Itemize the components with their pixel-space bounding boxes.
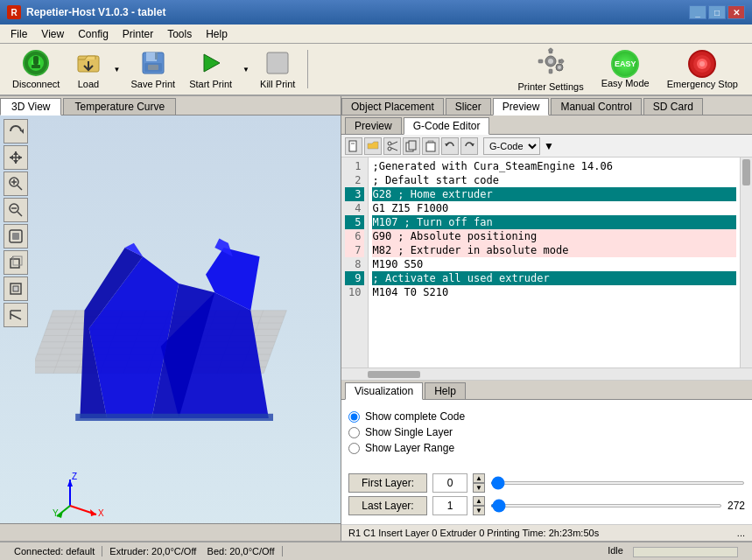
menu-bar: File View Config Printer Tools Help	[0, 24, 752, 44]
top-view-btn[interactable]	[4, 276, 28, 301]
view-toolbar	[4, 119, 28, 327]
gcode-undo-btn[interactable]	[441, 137, 459, 155]
gcode-format-select[interactable]: G-Code	[483, 137, 540, 155]
gcode-cut-btn[interactable]	[383, 137, 401, 155]
show-complete-code-option[interactable]: Show complete Code	[348, 410, 745, 423]
status-idle: Idle	[283, 545, 745, 556]
printer-settings-button[interactable]: Printer Settings	[510, 43, 590, 95]
gcode-hscroll[interactable]	[341, 368, 752, 380]
tab-sd-card[interactable]: SD Card	[643, 98, 703, 115]
svg-text:X: X	[98, 508, 104, 518]
svg-line-92	[391, 148, 397, 150]
load-icon	[74, 49, 102, 77]
3d-view[interactable]: Z X Y	[0, 116, 341, 541]
show-layer-range-option[interactable]: Show Layer Range	[348, 442, 745, 454]
rotate-btn[interactable]	[4, 119, 28, 144]
editor-status-dots: ...	[737, 528, 745, 538]
last-layer-button[interactable]: Last Layer:	[348, 496, 427, 515]
zoom-fit-btn[interactable]	[4, 198, 28, 222]
tab-3d-view[interactable]: 3D View	[0, 98, 61, 116]
gcode-new-btn[interactable]	[345, 137, 362, 155]
tab-temperature-curve[interactable]: Temperature Curve	[63, 98, 176, 115]
last-layer-up[interactable]: ▲	[473, 496, 485, 506]
emergency-stop-label: Emergency Stop	[667, 79, 738, 89]
disconnect-label: Disconnect	[12, 79, 60, 89]
gcode-format-label: ▼	[544, 140, 554, 152]
view-home-btn[interactable]	[4, 224, 28, 248]
line-num-3: 3	[345, 187, 364, 201]
status-extruder: Extruder: 20,0°C/Off Bed: 20,0°C/Off	[102, 546, 282, 556]
last-layer-spinner: ▲ ▼	[473, 496, 485, 515]
first-layer-button[interactable]: First Layer:	[348, 473, 427, 493]
svg-text:Y: Y	[53, 508, 59, 518]
menu-tools[interactable]: Tools	[160, 26, 199, 42]
svg-rect-3	[33, 56, 39, 65]
pan-btn[interactable]	[4, 145, 28, 170]
last-layer-max: 272	[727, 500, 745, 512]
first-layer-slider[interactable]	[490, 481, 745, 485]
tab-preview[interactable]: Preview	[493, 98, 550, 116]
first-layer-up[interactable]: ▲	[473, 473, 485, 483]
lines-btn[interactable]	[4, 303, 28, 327]
gcode-paste-btn[interactable]	[422, 137, 439, 155]
start-dropdown-arrow[interactable]: ▼	[241, 55, 251, 83]
line-num-9: 9	[345, 271, 364, 285]
disconnect-button[interactable]: Disconnect	[7, 47, 65, 91]
first-layer-down[interactable]: ▼	[473, 483, 485, 493]
maximize-button[interactable]: □	[708, 5, 726, 19]
tab-object-placement[interactable]: Object Placement	[341, 98, 444, 115]
idle-progress-bar	[633, 547, 738, 557]
tab-visualization[interactable]: Visualization	[345, 382, 423, 400]
tab-help[interactable]: Help	[425, 382, 466, 399]
show-complete-radio[interactable]	[348, 411, 360, 423]
view-status	[0, 523, 341, 541]
emergency-stop-button[interactable]: Emergency Stop	[660, 46, 745, 93]
svg-rect-10	[148, 65, 158, 70]
right-content: Preview G-Code Editor	[341, 116, 752, 541]
load-button[interactable]: Load	[68, 47, 108, 91]
menu-help[interactable]: Help	[199, 26, 235, 42]
save-print-button[interactable]: Save Print	[125, 47, 180, 91]
last-layer-input[interactable]	[432, 496, 467, 515]
tab-preview-sub[interactable]: Preview	[345, 117, 402, 134]
easy-mode-button[interactable]: EASY Easy Mode	[594, 46, 657, 92]
last-layer-slider[interactable]	[490, 504, 722, 508]
code-line-10: M104 T0 S210	[372, 285, 736, 299]
code-lines[interactable]: ;Generated with Cura_SteamEngine 14.06 ;…	[369, 158, 740, 368]
left-tabs: 3D View Temperature Curve	[0, 96, 341, 116]
line-num-8: 8	[345, 257, 364, 271]
menu-printer[interactable]: Printer	[116, 26, 160, 42]
close-button[interactable]: ✕	[727, 5, 745, 19]
tab-gcode-editor[interactable]: G-Code Editor	[404, 117, 490, 135]
gcode-redo-btn[interactable]	[460, 137, 478, 155]
code-line-6: G90 ; Absolute positioning	[372, 229, 736, 243]
code-line-5: M107 ; Turn off fan	[372, 215, 736, 229]
show-single-radio[interactable]	[348, 427, 360, 438]
menu-view[interactable]: View	[34, 26, 71, 42]
first-layer-spinner: ▲ ▼	[473, 473, 485, 493]
tab-slicer[interactable]: Slicer	[446, 98, 491, 115]
gcode-scrollbar[interactable]	[740, 158, 752, 368]
svg-line-35	[18, 186, 22, 190]
editor-tabs: Preview G-Code Editor	[341, 116, 752, 135]
minimize-button[interactable]: _	[689, 5, 706, 19]
gcode-copy-btn[interactable]	[403, 137, 420, 155]
line-num-7: 7	[345, 243, 364, 257]
perspective-btn[interactable]	[4, 250, 28, 275]
show-range-radio[interactable]	[348, 443, 360, 454]
svg-point-22	[558, 66, 561, 69]
gcode-open-btn[interactable]	[364, 137, 382, 155]
menu-config[interactable]: Config	[71, 26, 116, 42]
load-dropdown-arrow[interactable]: ▼	[111, 55, 122, 83]
kill-print-button[interactable]: Kill Print	[255, 47, 300, 91]
menu-file[interactable]: File	[4, 26, 34, 42]
start-print-button[interactable]: Start Print	[184, 47, 237, 91]
line-num-6: 6	[345, 229, 364, 243]
window-title: Repetier-Host V1.0.3 - tablet	[26, 6, 689, 18]
zoom-btn[interactable]	[4, 172, 28, 196]
show-single-layer-option[interactable]: Show Single Layer	[348, 426, 745, 438]
tab-manual-control[interactable]: Manual Control	[551, 98, 641, 115]
last-layer-down[interactable]: ▼	[473, 506, 485, 515]
first-layer-input[interactable]	[432, 473, 467, 493]
easy-mode-icon: EASY	[611, 50, 639, 78]
